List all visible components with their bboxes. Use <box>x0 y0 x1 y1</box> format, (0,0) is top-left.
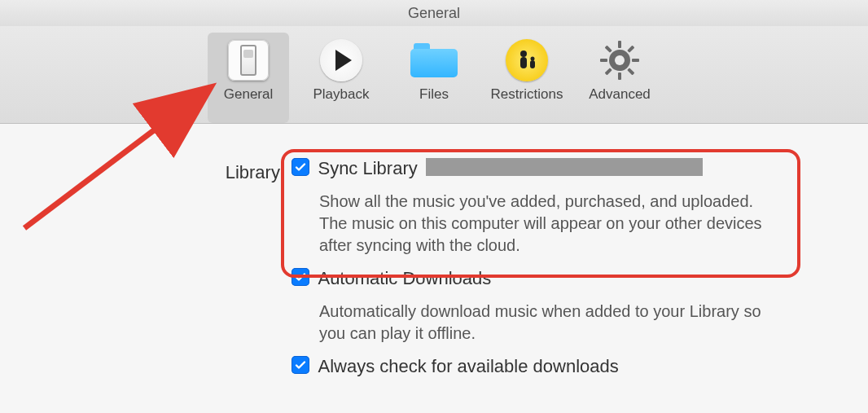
checkbox-automatic-downloads[interactable] <box>292 268 309 286</box>
svg-rect-1 <box>520 57 527 68</box>
svg-rect-7 <box>600 59 607 62</box>
svg-point-0 <box>520 51 527 57</box>
option-always-check-downloads: Always check for available downloads <box>292 356 868 377</box>
tab-general[interactable]: General <box>208 33 289 123</box>
tab-label: Advanced <box>589 86 651 103</box>
play-icon <box>317 36 366 85</box>
folder-icon <box>410 36 458 85</box>
checkbox-always-check-downloads[interactable] <box>292 356 309 374</box>
option-automatic-downloads: Automatic Downloads Automatically downlo… <box>292 268 868 345</box>
option-title: Always check for available downloads <box>318 356 618 377</box>
tab-restrictions[interactable]: Restrictions <box>486 33 568 123</box>
svg-rect-6 <box>618 72 621 80</box>
svg-rect-5 <box>618 41 621 48</box>
tab-advanced[interactable]: Advanced <box>579 33 660 123</box>
option-sync-library: Sync Library Show all the music you've a… <box>292 158 868 257</box>
option-title: Sync Library <box>318 158 417 179</box>
tab-label: Files <box>419 86 449 103</box>
parental-icon <box>502 36 551 85</box>
tab-label: Playback <box>313 86 370 103</box>
gear-icon <box>595 36 644 85</box>
redacted-text <box>426 158 703 176</box>
tab-label: Restrictions <box>491 86 563 103</box>
checkbox-sync-library[interactable] <box>292 158 309 176</box>
svg-point-13 <box>615 55 625 65</box>
svg-rect-9 <box>627 46 634 53</box>
svg-rect-3 <box>530 60 535 68</box>
option-description: Automatically download music when added … <box>319 301 775 345</box>
general-pane: Library: Sync Library Show all the music… <box>0 124 868 413</box>
svg-point-2 <box>531 57 535 61</box>
library-section-label: Library: <box>0 158 292 183</box>
switch-icon <box>224 36 273 85</box>
svg-rect-12 <box>627 68 634 75</box>
tab-files[interactable]: Files <box>393 33 475 123</box>
tab-playback[interactable]: Playback <box>300 33 382 123</box>
svg-rect-8 <box>632 59 639 62</box>
option-title: Automatic Downloads <box>318 268 491 289</box>
svg-rect-10 <box>605 68 612 75</box>
preferences-toolbar: General Playback Files <box>0 26 868 124</box>
svg-rect-11 <box>605 46 612 53</box>
window-title: General <box>0 0 868 26</box>
option-description: Show all the music you've added, purchas… <box>319 191 775 257</box>
tab-label: General <box>224 86 273 103</box>
